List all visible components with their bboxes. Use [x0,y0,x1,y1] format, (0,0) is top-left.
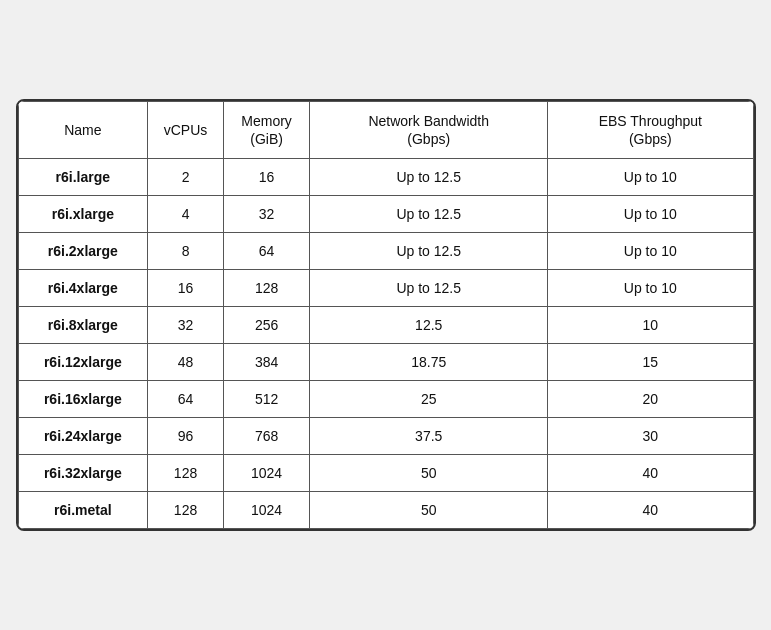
cell-vcpus: 48 [148,344,224,381]
cell-ebs: Up to 10 [548,233,753,270]
cell-ebs: 40 [548,492,753,529]
cell-name: r6i.4xlarge [18,270,148,307]
cell-memory: 64 [223,233,309,270]
col-header-vcpus: vCPUs [148,101,224,158]
cell-memory: 512 [223,381,309,418]
cell-vcpus: 32 [148,307,224,344]
cell-ebs: 10 [548,307,753,344]
cell-network: Up to 12.5 [310,233,548,270]
cell-vcpus: 64 [148,381,224,418]
col-header-ebs: EBS Throughput(Gbps) [548,101,753,158]
cell-ebs: Up to 10 [548,196,753,233]
cell-ebs: Up to 10 [548,270,753,307]
cell-name: r6i.16xlarge [18,381,148,418]
table-row: r6i.24xlarge9676837.530 [18,418,753,455]
cell-name: r6i.32xlarge [18,455,148,492]
cell-vcpus: 8 [148,233,224,270]
cell-memory: 256 [223,307,309,344]
cell-network: Up to 12.5 [310,270,548,307]
cell-vcpus: 2 [148,159,224,196]
cell-memory: 1024 [223,455,309,492]
cell-network: 37.5 [310,418,548,455]
col-header-network: Network Bandwidth(Gbps) [310,101,548,158]
cell-network: 25 [310,381,548,418]
table-row: r6i.metal12810245040 [18,492,753,529]
table-header-row: Name vCPUs Memory(GiB) Network Bandwidth… [18,101,753,158]
table-row: r6i.4xlarge16128Up to 12.5Up to 10 [18,270,753,307]
cell-memory: 128 [223,270,309,307]
table-row: r6i.2xlarge864Up to 12.5Up to 10 [18,233,753,270]
cell-ebs: 30 [548,418,753,455]
cell-name: r6i.24xlarge [18,418,148,455]
cell-memory: 16 [223,159,309,196]
cell-name: r6i.large [18,159,148,196]
cell-memory: 1024 [223,492,309,529]
instance-table-container: Name vCPUs Memory(GiB) Network Bandwidth… [16,99,756,531]
cell-network: 50 [310,492,548,529]
table-row: r6i.16xlarge645122520 [18,381,753,418]
cell-network: Up to 12.5 [310,196,548,233]
cell-network: 50 [310,455,548,492]
cell-memory: 32 [223,196,309,233]
cell-name: r6i.12xlarge [18,344,148,381]
cell-ebs: Up to 10 [548,159,753,196]
table-body: r6i.large216Up to 12.5Up to 10r6i.xlarge… [18,159,753,529]
col-header-memory: Memory(GiB) [223,101,309,158]
cell-network: Up to 12.5 [310,159,548,196]
table-row: r6i.8xlarge3225612.510 [18,307,753,344]
instance-table: Name vCPUs Memory(GiB) Network Bandwidth… [18,101,754,529]
cell-vcpus: 128 [148,492,224,529]
cell-vcpus: 16 [148,270,224,307]
table-row: r6i.xlarge432Up to 12.5Up to 10 [18,196,753,233]
table-row: r6i.large216Up to 12.5Up to 10 [18,159,753,196]
cell-vcpus: 128 [148,455,224,492]
cell-name: r6i.8xlarge [18,307,148,344]
cell-ebs: 20 [548,381,753,418]
cell-memory: 768 [223,418,309,455]
cell-name: r6i.metal [18,492,148,529]
cell-ebs: 15 [548,344,753,381]
table-row: r6i.32xlarge12810245040 [18,455,753,492]
table-row: r6i.12xlarge4838418.7515 [18,344,753,381]
cell-memory: 384 [223,344,309,381]
cell-ebs: 40 [548,455,753,492]
cell-network: 18.75 [310,344,548,381]
cell-name: r6i.xlarge [18,196,148,233]
cell-name: r6i.2xlarge [18,233,148,270]
cell-vcpus: 4 [148,196,224,233]
col-header-name: Name [18,101,148,158]
cell-network: 12.5 [310,307,548,344]
cell-vcpus: 96 [148,418,224,455]
